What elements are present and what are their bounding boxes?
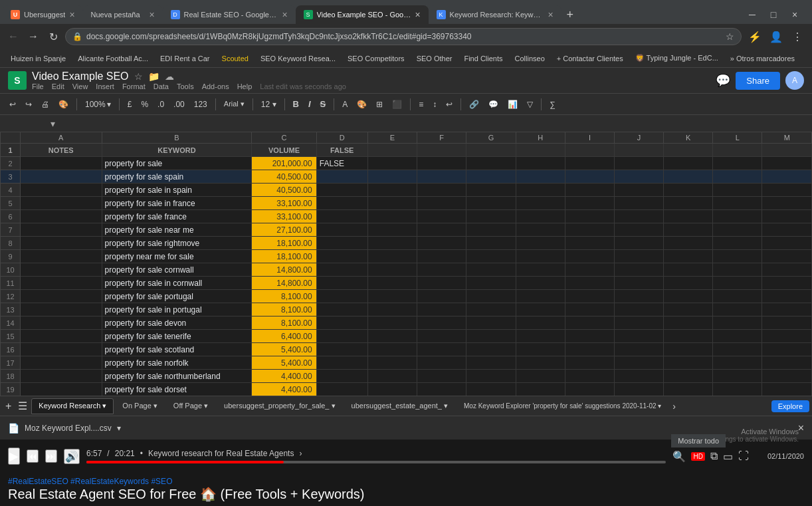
empty-cell[interactable] — [663, 170, 712, 184]
notes-cell[interactable] — [21, 184, 102, 197]
back-button[interactable]: ← — [5, 29, 21, 45]
empty-cell[interactable] — [614, 157, 663, 170]
volume-cell[interactable]: 27,100.00 — [252, 223, 316, 237]
empty-cell[interactable] — [565, 343, 614, 356]
empty-cell[interactable] — [466, 263, 516, 277]
zoom-control[interactable]: 100% ▾ — [81, 98, 115, 110]
empty-cell[interactable] — [565, 263, 614, 277]
col-header-j[interactable]: J — [614, 132, 663, 144]
notes-cell[interactable] — [21, 223, 102, 237]
empty-cell[interactable] — [565, 210, 614, 223]
video-progress-bar[interactable] — [86, 461, 666, 463]
maximize-button[interactable]: □ — [764, 5, 783, 24]
close-tab-ubersuggest[interactable]: × — [69, 9, 74, 20]
empty-cell[interactable] — [565, 370, 614, 383]
empty-cell[interactable] — [565, 316, 614, 330]
play-button[interactable]: ▶ — [8, 447, 20, 465]
decimal-decrease-button[interactable]: .0 — [153, 98, 168, 110]
bookmark-otros[interactable]: » Otros marcadores — [725, 53, 800, 64]
bookmark-seo-keyword[interactable]: SEO Keyword Resea... — [255, 53, 341, 64]
empty-cell[interactable] — [713, 210, 762, 223]
empty-cell[interactable] — [565, 290, 614, 303]
empty-cell[interactable] — [614, 184, 663, 197]
empty-cell[interactable] — [762, 383, 812, 396]
empty-cell[interactable] — [663, 223, 712, 237]
empty-cell[interactable] — [516, 356, 565, 370]
volume-cell[interactable]: 40,500.00 — [252, 184, 316, 197]
empty-cell[interactable] — [565, 184, 614, 197]
empty-cell[interactable] — [516, 303, 565, 316]
keyword-cell[interactable]: property for sale dorset — [102, 383, 252, 396]
empty-cell[interactable] — [367, 277, 417, 290]
empty-cell[interactable] — [417, 157, 466, 170]
empty-cell[interactable] — [614, 383, 663, 396]
empty-cell[interactable] — [614, 263, 663, 277]
empty-cell[interactable] — [762, 170, 812, 184]
false-cell[interactable] — [316, 316, 367, 330]
empty-cell[interactable] — [516, 383, 565, 396]
volume-header-cell[interactable]: VOLUME — [252, 144, 316, 157]
false-cell[interactable] — [316, 370, 367, 383]
bookmark-seo-other[interactable]: SEO Other — [411, 53, 458, 64]
empty-cell[interactable] — [367, 197, 417, 210]
move-icon[interactable]: 📁 — [148, 71, 159, 82]
empty-cell[interactable] — [466, 223, 516, 237]
notes-cell[interactable] — [21, 237, 102, 250]
empty-cell[interactable] — [565, 170, 614, 184]
keyword-cell[interactable]: property for sale france — [102, 210, 252, 223]
col-header-k[interactable]: K — [663, 132, 712, 144]
empty-cell[interactable] — [417, 263, 466, 277]
menu-insert[interactable]: Insert — [96, 82, 114, 90]
empty-cell[interactable] — [614, 356, 663, 370]
more-options-icon[interactable]: ⋮ — [788, 27, 807, 46]
empty-cell[interactable] — [762, 197, 812, 210]
empty-cell[interactable] — [516, 184, 565, 197]
empty-cell[interactable] — [713, 383, 762, 396]
empty-cell[interactable] — [367, 170, 417, 184]
empty-cell[interactable] — [614, 197, 663, 210]
empty-cell[interactable] — [713, 290, 762, 303]
volume-cell[interactable]: 8,100.00 — [252, 290, 316, 303]
col-header-b[interactable]: B — [102, 132, 252, 144]
notes-cell[interactable] — [21, 343, 102, 356]
video-title-chevron-icon[interactable]: › — [299, 449, 302, 458]
sheet-tab-off-page[interactable]: Off Page ▾ — [166, 398, 215, 414]
notes-cell[interactable] — [21, 197, 102, 210]
notes-cell[interactable] — [21, 277, 102, 290]
volume-cell[interactable]: 8,100.00 — [252, 303, 316, 316]
empty-cell[interactable] — [762, 370, 812, 383]
empty-cell[interactable] — [614, 210, 663, 223]
empty-cell[interactable] — [565, 356, 614, 370]
skip-forward-button[interactable]: ⏭ — [45, 449, 57, 463]
false-cell[interactable] — [316, 237, 367, 250]
empty-cell[interactable] — [713, 184, 762, 197]
col-header-i[interactable]: I — [565, 132, 614, 144]
empty-cell[interactable] — [663, 210, 712, 223]
empty-cell[interactable] — [466, 197, 516, 210]
format-value[interactable]: 123 — [190, 98, 211, 110]
empty-cell[interactable] — [417, 250, 466, 263]
empty-cell[interactable] — [367, 210, 417, 223]
notes-cell[interactable] — [21, 370, 102, 383]
keyword-cell[interactable]: property for sale scotland — [102, 343, 252, 356]
empty-cell[interactable] — [663, 250, 712, 263]
empty-cell[interactable] — [516, 277, 565, 290]
empty-cell[interactable] — [762, 250, 812, 263]
empty-cell[interactable] — [614, 223, 663, 237]
new-tab-button[interactable]: + — [561, 5, 579, 24]
italic-button[interactable]: I — [304, 98, 315, 110]
empty-cell[interactable] — [367, 290, 417, 303]
volume-cell[interactable]: 18,100.00 — [252, 250, 316, 263]
empty-cell[interactable] — [614, 316, 663, 330]
col-header-e[interactable]: E — [367, 132, 417, 144]
false-cell[interactable]: FALSE — [316, 157, 367, 170]
empty-cell[interactable] — [614, 370, 663, 383]
volume-cell[interactable]: 14,800.00 — [252, 277, 316, 290]
col-header-l[interactable]: L — [713, 132, 762, 144]
sheet-tab-ubersuggest-estate[interactable]: ubersuggest_estate_agent_ ▾ — [344, 398, 455, 414]
false-cell[interactable] — [316, 277, 367, 290]
bookmark-contactar[interactable]: + Contactar Clientes — [552, 53, 629, 64]
empty-cell[interactable] — [516, 223, 565, 237]
currency-button[interactable]: £ — [124, 98, 136, 110]
empty-cell[interactable] — [713, 356, 762, 370]
